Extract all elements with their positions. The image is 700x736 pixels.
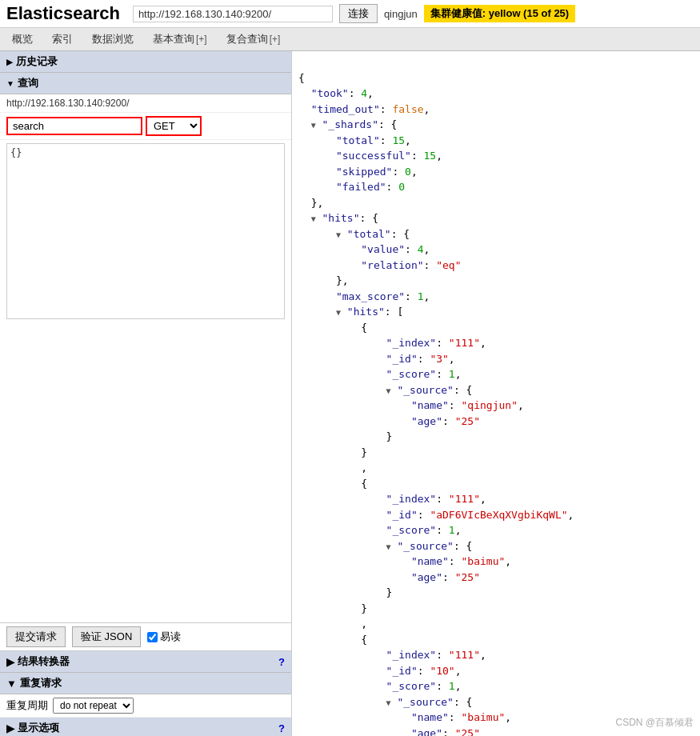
history-arrow: ▶ bbox=[6, 58, 13, 66]
display-options-help[interactable]: ? bbox=[278, 722, 285, 734]
health-badge: 集群健康值: yellow (15 of 25) bbox=[424, 5, 575, 22]
display-options-section[interactable]: ▶ 显示选项 ? bbox=[0, 718, 291, 736]
validate-button[interactable]: 验证 JSON bbox=[72, 626, 141, 647]
result-transform-label: 结果转换器 bbox=[18, 654, 70, 669]
basic-query-plus[interactable]: [+] bbox=[196, 34, 207, 45]
main-layout: ▶ 历史记录 ▼ 查询 http://192.168.130.140:9200/… bbox=[0, 51, 700, 736]
tab-compound-query-label: 复合查询 bbox=[226, 32, 268, 46]
repeat-period-row: 重复周期 do not repeat 5 seconds 10 seconds … bbox=[0, 694, 291, 718]
nav-tabs: 概览 索引 数据浏览 基本查询 [+] 复合查询 [+] bbox=[0, 28, 700, 51]
query-section-header[interactable]: ▼ 查询 bbox=[0, 73, 291, 94]
repeat-request-left: ▼ 重复请求 bbox=[6, 676, 62, 690]
username: qingjun bbox=[384, 8, 418, 20]
tab-compound-query[interactable]: 复合查询 [+] bbox=[218, 28, 290, 50]
easy-read-text: 易读 bbox=[160, 630, 181, 644]
result-transform-help[interactable]: ? bbox=[278, 656, 285, 668]
search-input[interactable] bbox=[6, 117, 142, 135]
repeat-period-label: 重复周期 bbox=[6, 698, 48, 713]
tab-data-browser[interactable]: 数据浏览 bbox=[83, 28, 142, 50]
history-label: 历史记录 bbox=[16, 54, 58, 69]
query-base-url: http://192.168.130.140:9200/ bbox=[0, 94, 291, 113]
history-section-header[interactable]: ▶ 历史记录 bbox=[0, 51, 291, 73]
left-panel: ▶ 历史记录 ▼ 查询 http://192.168.130.140:9200/… bbox=[0, 51, 292, 736]
connect-button[interactable]: 连接 bbox=[339, 4, 378, 23]
right-panel: { "took": 4, "timed_out": false, ▼ "_sha… bbox=[292, 51, 700, 736]
result-transform-left: ▶ 结果转换器 bbox=[6, 654, 70, 669]
method-select[interactable]: GET POST PUT DELETE HEAD bbox=[146, 116, 202, 136]
server-url-input[interactable] bbox=[133, 6, 333, 22]
tab-basic-query[interactable]: 基本查询 [+] bbox=[144, 28, 216, 50]
repeat-request-section[interactable]: ▼ 重复请求 bbox=[0, 673, 291, 694]
result-transform-arrow: ▶ bbox=[6, 656, 14, 668]
compound-query-plus[interactable]: [+] bbox=[270, 34, 281, 45]
tab-overview[interactable]: 概览 bbox=[3, 28, 42, 50]
display-options-left: ▶ 显示选项 bbox=[6, 721, 59, 735]
header: Elasticsearch 连接 qingjun 集群健康值: yellow (… bbox=[0, 0, 700, 28]
display-options-arrow: ▶ bbox=[6, 722, 14, 734]
json-output: { "took": 4, "timed_out": false, ▼ "_sha… bbox=[298, 54, 694, 736]
display-options-label: 显示选项 bbox=[18, 721, 59, 735]
query-body-area: {} bbox=[0, 140, 291, 622]
repeat-period-select[interactable]: do not repeat 5 seconds 10 seconds 1 min… bbox=[53, 698, 134, 714]
easy-read-checkbox[interactable] bbox=[147, 632, 158, 642]
watermark: CSDN @百慕倾君 bbox=[615, 716, 694, 730]
query-input-row: GET POST PUT DELETE HEAD bbox=[0, 113, 291, 140]
tab-index[interactable]: 索引 bbox=[43, 28, 82, 50]
query-label: 查询 bbox=[18, 76, 38, 90]
easy-read-label[interactable]: 易读 bbox=[147, 630, 181, 644]
submit-button[interactable]: 提交请求 bbox=[6, 626, 66, 647]
query-body-textarea[interactable]: {} bbox=[6, 143, 285, 319]
repeat-request-arrow: ▼ bbox=[6, 678, 17, 690]
tab-basic-query-label: 基本查询 bbox=[153, 32, 194, 46]
app-title: Elasticsearch bbox=[6, 3, 120, 24]
query-arrow: ▼ bbox=[6, 79, 14, 88]
result-transform-section[interactable]: ▶ 结果转换器 ? bbox=[0, 651, 291, 673]
action-bar: 提交请求 验证 JSON 易读 bbox=[0, 622, 291, 651]
repeat-request-label: 重复请求 bbox=[20, 676, 62, 690]
